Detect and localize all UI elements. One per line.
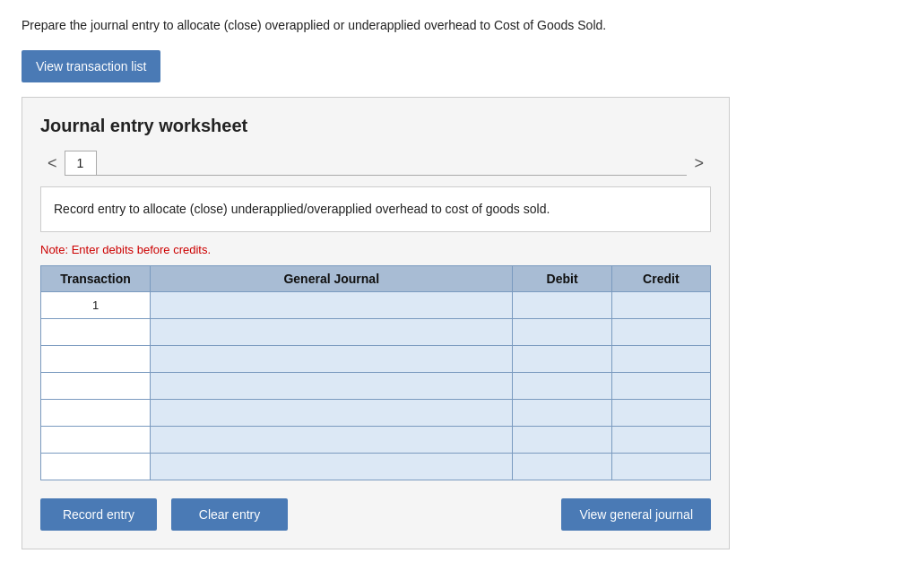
debit-cell-5[interactable] [513, 400, 611, 427]
header-transaction: Transaction [41, 266, 151, 292]
table-row [41, 427, 711, 454]
table-header-row: Transaction General Journal Debit Credit [41, 266, 711, 292]
debit-input-6[interactable] [518, 433, 605, 446]
debit-input-5[interactable] [518, 406, 605, 419]
transaction-cell-3 [41, 346, 151, 373]
table-row [41, 400, 711, 427]
credit-cell-1[interactable] [611, 292, 710, 319]
gj-cell-4[interactable] [151, 373, 513, 400]
table-row [41, 346, 711, 373]
transaction-cell-5 [41, 400, 151, 427]
credit-cell-7[interactable] [611, 454, 710, 480]
credit-input-6[interactable] [618, 433, 705, 446]
gj-cell-6[interactable] [151, 427, 513, 454]
credit-cell-5[interactable] [611, 400, 710, 427]
debit-cell-7[interactable] [513, 454, 611, 480]
transaction-cell-1: 1 [41, 292, 151, 319]
debit-input-4[interactable] [518, 379, 605, 393]
record-entry-button[interactable]: Record entry [40, 498, 157, 531]
credit-cell-2[interactable] [611, 319, 710, 346]
debit-input-3[interactable] [518, 352, 605, 366]
tab-line [97, 151, 688, 176]
debit-input-7[interactable] [518, 460, 605, 473]
header-debit: Debit [513, 266, 611, 292]
credit-input-7[interactable] [618, 460, 705, 473]
debit-input-1[interactable] [518, 298, 605, 312]
worksheet-title: Journal entry worksheet [40, 116, 711, 136]
prev-tab-button[interactable]: < [40, 155, 65, 171]
page-description: Prepare the journal entry to allocate (c… [22, 18, 896, 32]
credit-input-1[interactable] [618, 298, 705, 312]
transaction-cell-6 [41, 427, 151, 454]
debit-cell-3[interactable] [513, 346, 611, 373]
gj-cell-5[interactable] [151, 400, 513, 427]
debit-cell-4[interactable] [513, 373, 611, 400]
table-row [41, 373, 711, 400]
view-general-journal-button[interactable]: View general journal [561, 498, 711, 531]
view-transaction-button[interactable]: View transaction list [22, 50, 160, 82]
gj-input-1[interactable] [156, 298, 507, 312]
debit-cell-6[interactable] [513, 427, 611, 454]
entry-description-box: Record entry to allocate (close) underap… [40, 186, 711, 232]
gj-input-5[interactable] [156, 406, 507, 419]
gj-cell-3[interactable] [151, 346, 513, 373]
table-row: 1 [41, 292, 711, 319]
journal-table: Transaction General Journal Debit Credit… [40, 265, 711, 480]
note-text: Note: Enter debits before credits. [40, 243, 711, 256]
credit-cell-6[interactable] [611, 427, 710, 454]
action-buttons-row: Record entry Clear entry View general jo… [40, 498, 711, 531]
debit-cell-2[interactable] [513, 319, 611, 346]
header-credit: Credit [611, 266, 710, 292]
gj-input-3[interactable] [156, 352, 507, 366]
credit-cell-3[interactable] [611, 346, 710, 373]
next-tab-button[interactable]: > [687, 155, 711, 171]
tab-navigation: < 1 > [40, 151, 711, 176]
gj-input-4[interactable] [156, 379, 507, 393]
credit-cell-4[interactable] [611, 373, 710, 400]
debit-cell-1[interactable] [513, 292, 611, 319]
gj-cell-7[interactable] [151, 454, 513, 480]
current-tab: 1 [65, 151, 97, 176]
gj-cell-1[interactable] [151, 292, 513, 319]
credit-input-2[interactable] [618, 325, 705, 339]
debit-input-2[interactable] [518, 325, 605, 339]
worksheet-container: Journal entry worksheet < 1 > Record ent… [22, 97, 730, 549]
transaction-cell-7 [41, 454, 151, 480]
credit-input-3[interactable] [618, 352, 705, 366]
gj-input-7[interactable] [156, 460, 507, 473]
table-row [41, 319, 711, 346]
entry-description-text: Record entry to allocate (close) underap… [54, 202, 550, 216]
gj-cell-2[interactable] [151, 319, 513, 346]
clear-entry-button[interactable]: Clear entry [171, 498, 288, 531]
table-row [41, 454, 711, 480]
gj-input-2[interactable] [156, 325, 507, 339]
credit-input-4[interactable] [618, 379, 705, 393]
transaction-cell-2 [41, 319, 151, 346]
header-general-journal: General Journal [151, 266, 513, 292]
credit-input-5[interactable] [618, 406, 705, 419]
transaction-cell-4 [41, 373, 151, 400]
gj-input-6[interactable] [156, 433, 507, 446]
